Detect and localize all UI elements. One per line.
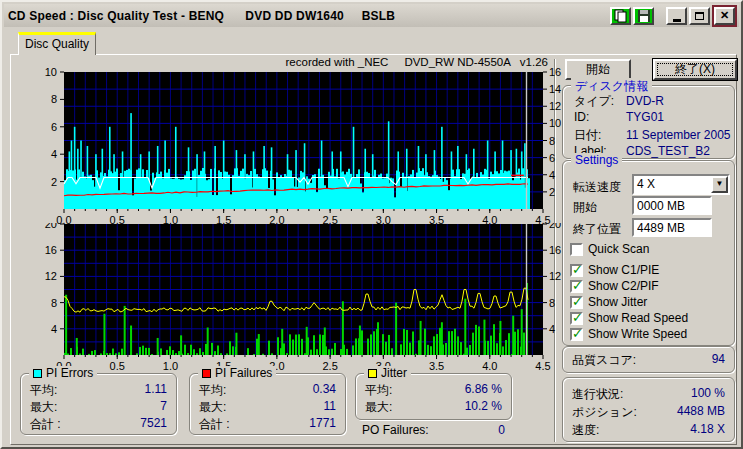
show-write-speed-label: Show Write Speed	[588, 327, 687, 341]
show-write-speed-checkbox-row[interactable]: Show Write Speed	[570, 327, 687, 341]
pi-errors-legend-label: PI Errors	[46, 366, 93, 380]
show-jitter-checkbox-row[interactable]: Show Jitter	[570, 295, 647, 309]
svg-text:12: 12	[549, 270, 561, 282]
pi-errors-legend: PI Errors	[29, 366, 97, 380]
svg-text:4.5: 4.5	[535, 360, 550, 371]
svg-text:8: 8	[549, 297, 555, 309]
quick-scan-label: Quick Scan	[588, 242, 649, 256]
window-title: CD Speed : Disc Quality Test - BENQ DVD …	[8, 9, 608, 23]
show-write-speed-checkbox[interactable]	[570, 328, 583, 341]
svg-text:6: 6	[549, 152, 555, 164]
start-button[interactable]: 開始	[565, 59, 631, 80]
show-c2-pif-checkbox[interactable]	[570, 280, 583, 293]
show-read-speed-checkbox-row[interactable]: Show Read Speed	[570, 311, 688, 325]
pi-failures-legend: PI Failures	[198, 366, 276, 380]
minimize-button[interactable]	[666, 7, 687, 25]
stat-row: 平均:6.86 %	[365, 382, 502, 399]
svg-text:3.5: 3.5	[429, 360, 444, 371]
pi-failures-color-swatch	[202, 369, 211, 378]
svg-text:20: 20	[549, 223, 561, 230]
svg-text:4: 4	[51, 148, 57, 160]
maximize-icon	[695, 12, 704, 20]
svg-text:12: 12	[45, 270, 57, 282]
svg-text:8: 8	[549, 135, 555, 147]
jitter-color-swatch	[368, 369, 377, 378]
svg-text:10: 10	[45, 68, 57, 78]
close-button[interactable]: ✕	[714, 7, 735, 25]
disc-info-row: 日付:11 September 2005	[574, 127, 726, 144]
quality-score-row: 品質スコア: 94	[572, 352, 725, 369]
end-position-label: 終了位置	[573, 221, 621, 238]
stat-row: 合計 :7521	[30, 416, 167, 433]
quick-scan-checkbox[interactable]	[570, 243, 583, 256]
pi-failures-chart: 0.00.51.01.52.02.53.03.54.04.54812162048…	[10, 223, 562, 371]
stat-row: 合計 :1771	[199, 416, 336, 433]
stat-row: 平均:1.11	[30, 382, 167, 399]
chart-subtitle: recorded with _NEC DVD_RW ND-4550A v1.26	[252, 56, 548, 68]
svg-text:2.5: 2.5	[322, 360, 337, 371]
po-failures-value: 0	[498, 423, 505, 437]
svg-text:2: 2	[51, 176, 57, 188]
pi-errors-stats-panel: PI Errors 平均:1.11 最大:7 合計 :7521	[20, 373, 177, 435]
jitter-legend-label: Jitter	[381, 366, 407, 380]
minimize-icon	[673, 19, 681, 22]
show-c1-pie-label: Show C1/PIE	[588, 263, 659, 277]
quick-scan-checkbox-row[interactable]: Quick Scan	[570, 242, 649, 256]
tab-label: Disc Quality	[25, 37, 89, 51]
speed-combobox[interactable]: 4 X ▼	[632, 174, 730, 195]
svg-text:20: 20	[45, 223, 57, 230]
chevron-down-icon[interactable]: ▼	[711, 176, 728, 193]
start-position-input[interactable]	[632, 196, 712, 215]
svg-text:4: 4	[51, 323, 57, 335]
settings-title: Settings	[571, 153, 622, 167]
show-jitter-checkbox[interactable]	[570, 296, 583, 309]
disc-info-panel: ディスク情報 タイプ:DVD-R ID:TYG01 日付:11 Septembe…	[562, 85, 735, 159]
svg-text:10: 10	[549, 117, 561, 129]
maximize-button[interactable]	[689, 7, 710, 25]
svg-text:4.0: 4.0	[482, 360, 497, 371]
quality-score-label: 品質スコア:	[572, 352, 636, 369]
po-failures-row: PO Failures: 0	[355, 423, 512, 437]
svg-text:0.5: 0.5	[110, 360, 125, 371]
progress-row: ポジション:4488 MB	[572, 404, 725, 421]
show-c2-pif-checkbox-row[interactable]: Show C2/PIF	[570, 279, 659, 293]
show-jitter-label: Show Jitter	[588, 295, 647, 309]
speed-label: 転送速度	[573, 179, 621, 196]
svg-text:1.0: 1.0	[163, 360, 178, 371]
tab-disc-quality[interactable]: Disc Quality	[18, 32, 96, 55]
svg-text:2: 2	[549, 186, 555, 198]
svg-text:4: 4	[549, 323, 555, 335]
quality-score-value: 94	[712, 352, 725, 369]
pi-errors-color-swatch	[33, 369, 42, 378]
svg-text:4: 4	[549, 169, 555, 181]
svg-text:16: 16	[549, 244, 561, 256]
show-read-speed-checkbox[interactable]	[570, 312, 583, 325]
copy-icon	[613, 9, 628, 23]
app-window: CD Speed : Disc Quality Test - BENQ DVD …	[0, 0, 743, 449]
show-c2-pif-label: Show C2/PIF	[588, 279, 659, 293]
quality-score-panel: 品質スコア: 94	[562, 346, 735, 373]
exit-button[interactable]: 終了(X)	[653, 59, 737, 80]
svg-text:16: 16	[549, 68, 561, 78]
titlebar[interactable]: CD Speed : Disc Quality Test - BENQ DVD …	[4, 4, 739, 27]
close-icon: ✕	[720, 9, 729, 22]
stat-row: 最大:7	[30, 399, 167, 416]
svg-text:12: 12	[549, 100, 561, 112]
progress-row: 進行状況:100 %	[572, 386, 725, 403]
end-position-input[interactable]	[632, 218, 712, 237]
stat-row: 最大:11	[199, 399, 336, 416]
copy-report-button[interactable]	[610, 7, 631, 25]
jitter-stats-panel: Jitter 平均:6.86 % 最大:10.2 %	[355, 373, 512, 420]
pi-failures-legend-label: PI Failures	[215, 366, 272, 380]
show-read-speed-label: Show Read Speed	[588, 311, 688, 325]
svg-text:6: 6	[51, 121, 57, 133]
stat-row: 最大:10.2 %	[365, 399, 502, 416]
po-failures-label: PO Failures:	[362, 423, 429, 437]
show-c1-pie-checkbox[interactable]	[570, 264, 583, 277]
save-button[interactable]	[633, 7, 654, 25]
pi-failures-stats-panel: PI Failures 平均:0.34 最大:11 合計 :1771	[189, 373, 346, 435]
jitter-legend: Jitter	[364, 366, 411, 380]
show-c1-pie-checkbox-row[interactable]: Show C1/PIE	[570, 263, 659, 277]
stat-row: 平均:0.34	[199, 382, 336, 399]
speed-combobox-value: 4 X	[634, 176, 711, 193]
